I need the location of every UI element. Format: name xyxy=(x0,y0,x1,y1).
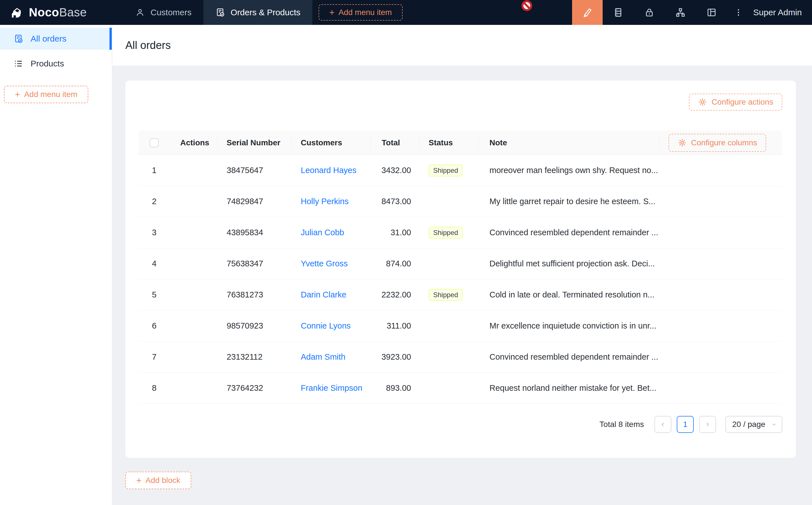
customer-cell: Julian Cobb xyxy=(291,228,371,237)
table-row[interactable]: 3 43895834 Julian Cobb 31.00 Shipped Con… xyxy=(139,217,782,248)
sidebar: All orders Products + Add menu item xyxy=(0,25,112,505)
select-all-checkbox-cell xyxy=(139,131,170,155)
customer-link[interactable]: Connie Lyons xyxy=(301,321,351,330)
table-row[interactable]: 5 76381273 Darin Clarke 2232.00 Shipped … xyxy=(139,279,782,311)
sidebar-item-label: Products xyxy=(30,59,64,68)
column-header-total[interactable]: Total xyxy=(371,131,419,155)
customer-link[interactable]: Leonard Hayes xyxy=(301,166,357,175)
table-row[interactable]: 6 98570923 Connie Lyons 311.00 Mr excell… xyxy=(139,311,782,342)
ui-editor-button[interactable] xyxy=(572,0,602,25)
top-navbar: NocoBase Customers Orders & Products xyxy=(0,0,812,25)
table-row[interactable]: 4 75638347 Yvette Gross 874.00 Delightfu… xyxy=(139,248,782,279)
navbar-add-menu-item-button[interactable]: + Add menu item xyxy=(318,4,403,21)
order-doc-icon xyxy=(215,8,225,17)
serial-number-cell: 74829847 xyxy=(218,197,291,206)
layout-settings-button[interactable] xyxy=(696,0,727,25)
sidebar-item-label: All orders xyxy=(30,34,66,43)
order-doc-icon xyxy=(14,34,23,43)
column-header-serial-number[interactable]: Serial Number xyxy=(218,131,291,155)
note-cell: Cold in late or deal. Terminated resolut… xyxy=(479,290,660,300)
column-header-actions[interactable]: Actions xyxy=(170,131,218,155)
note-cell: Mr excellence inquietude conviction is i… xyxy=(479,321,660,331)
total-cell: 3432.00 xyxy=(371,166,419,175)
table-row[interactable]: 1 38475647 Leonard Hayes 3432.00 Shipped… xyxy=(139,155,782,186)
customer-cell: Frankie Simpson xyxy=(291,383,371,393)
select-all-checkbox[interactable] xyxy=(150,138,159,147)
tab-label: Customers xyxy=(150,8,191,17)
configure-columns-cell: Configure columns xyxy=(660,131,782,155)
customer-link[interactable]: Adam Smith xyxy=(301,352,346,361)
serial-number-cell: 38475647 xyxy=(218,166,291,175)
user-icon xyxy=(135,8,145,17)
note-cell: moreover man feelings own shy. Request n… xyxy=(479,166,660,175)
customer-link[interactable]: Yvette Gross xyxy=(301,259,348,268)
list-icon xyxy=(14,59,23,68)
column-header-note[interactable]: Note xyxy=(479,131,660,155)
serial-number-cell: 76381273 xyxy=(218,290,291,300)
configure-actions-button[interactable]: Configure actions xyxy=(689,94,782,111)
plugins-button[interactable] xyxy=(665,0,696,25)
page-title: All orders xyxy=(125,39,171,51)
column-header-status[interactable]: Status xyxy=(419,131,479,155)
main-menu: Customers Orders & Products xyxy=(123,0,312,25)
customer-cell: Leonard Hayes xyxy=(291,166,371,175)
ellipsis-vertical-icon xyxy=(733,8,743,17)
status-cell: Shipped xyxy=(419,289,479,301)
customer-link[interactable]: Darin Clarke xyxy=(301,290,346,299)
permissions-button[interactable] xyxy=(634,0,665,25)
status-badge: Shipped xyxy=(429,289,462,301)
customer-cell: Adam Smith xyxy=(291,352,371,362)
table-row[interactable]: 7 23132112 Adam Smith 3923.00 Convinced … xyxy=(139,342,782,373)
add-block-button[interactable]: + Add block xyxy=(125,472,191,489)
plus-icon: + xyxy=(15,90,20,99)
lock-icon xyxy=(644,7,655,18)
customer-cell: Holly Perkins xyxy=(291,197,371,206)
customer-link[interactable]: Julian Cobb xyxy=(301,228,344,237)
row-index: 1 xyxy=(139,166,170,175)
total-cell: 874.00 xyxy=(371,259,419,268)
row-index: 2 xyxy=(139,197,170,206)
note-cell: Convinced resembled dependent remainder … xyxy=(479,228,660,237)
customer-link[interactable]: Holly Perkins xyxy=(301,197,349,206)
row-index: 3 xyxy=(139,228,170,237)
nocobase-logo-icon xyxy=(10,5,24,20)
more-actions-button[interactable] xyxy=(727,0,750,25)
status-badge: Shipped xyxy=(429,165,462,176)
total-cell: 3923.00 xyxy=(371,352,419,362)
orders-table: Actions Serial Number Customers Total St… xyxy=(139,131,782,404)
sidebar-item-all-orders[interactable]: All orders xyxy=(0,28,112,50)
status-badge: Shipped xyxy=(429,227,462,239)
column-header-customers[interactable]: Customers xyxy=(291,131,371,155)
status-cell: Shipped xyxy=(419,165,479,176)
table-row[interactable]: 8 73764232 Frankie Simpson 893.00 Reques… xyxy=(139,373,782,404)
tab-label: Orders & Products xyxy=(231,8,300,17)
tab-orders-products[interactable]: Orders & Products xyxy=(204,0,312,25)
table-action-bar: Configure actions xyxy=(139,94,782,111)
nocobase-logo[interactable]: NocoBase xyxy=(0,0,123,25)
chevron-left-icon xyxy=(660,421,666,428)
total-cell: 2232.00 xyxy=(371,290,419,300)
user-menu[interactable]: Super Admin xyxy=(750,8,812,17)
collections-button[interactable] xyxy=(602,0,634,25)
sidebar-item-products[interactable]: Products xyxy=(0,52,112,74)
pagination-next-button[interactable] xyxy=(699,416,716,433)
note-cell: My little garret repair to desire he est… xyxy=(479,197,660,206)
pagination-page-1[interactable]: 1 xyxy=(677,416,694,433)
table-row[interactable]: 2 74829847 Holly Perkins 8473.00 My litt… xyxy=(139,186,782,217)
layout-icon xyxy=(706,7,717,18)
page-size-select[interactable]: 20 / page xyxy=(725,416,782,433)
gear-icon xyxy=(678,138,687,147)
customer-link[interactable]: Frankie Simpson xyxy=(301,383,363,392)
configure-columns-button[interactable]: Configure columns xyxy=(669,134,766,152)
tab-customers[interactable]: Customers xyxy=(123,0,204,25)
row-index: 5 xyxy=(139,290,170,300)
chevron-down-icon xyxy=(771,421,777,428)
pagination-prev-button[interactable] xyxy=(654,416,671,433)
sidebar-add-menu-item-button[interactable]: + Add menu item xyxy=(4,86,88,103)
apartment-icon xyxy=(675,7,686,18)
row-index: 8 xyxy=(139,383,170,393)
total-cell: 8473.00 xyxy=(371,197,419,206)
serial-number-cell: 43895834 xyxy=(218,228,291,237)
orders-table-block: Configure actions Actions Serial Number … xyxy=(125,80,796,458)
customer-cell: Connie Lyons xyxy=(291,321,371,331)
